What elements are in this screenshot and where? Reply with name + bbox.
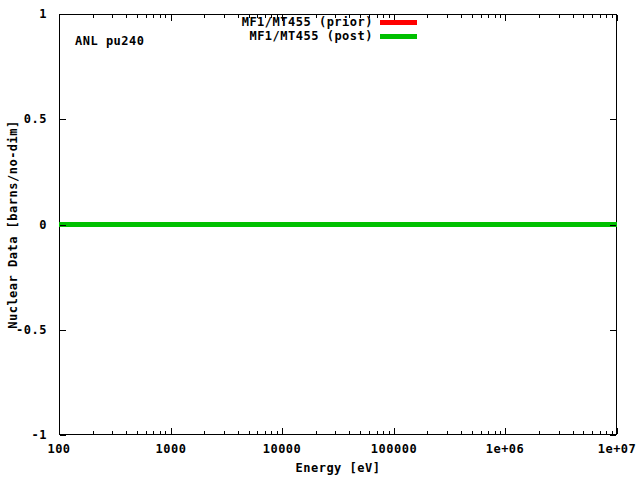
x-minor-tick-top [146, 15, 147, 18]
x-minor-tick-top [126, 15, 127, 18]
y-major-tick-right [610, 435, 616, 436]
x-minor-tick-bottom [257, 431, 258, 434]
y-major-tick-left [60, 225, 66, 226]
x-major-tick-top [171, 15, 172, 21]
x-minor-tick-top [447, 15, 448, 18]
x-minor-tick-top [488, 15, 489, 18]
x-minor-tick-bottom [153, 431, 154, 434]
x-minor-tick-bottom [349, 431, 350, 434]
x-minor-tick-bottom [383, 431, 384, 434]
x-minor-tick-top [238, 15, 239, 18]
x-minor-tick-bottom [316, 431, 317, 434]
x-minor-tick-bottom [146, 431, 147, 434]
y-tick-label: 0 [0, 218, 47, 232]
x-tick-label: 10000 [237, 442, 327, 456]
x-minor-tick-bottom [612, 431, 613, 434]
x-major-tick-bottom [617, 428, 618, 434]
y-major-tick-left [60, 330, 66, 331]
y-major-tick-left [60, 119, 66, 120]
x-axis-title: Energy [eV] [59, 461, 617, 475]
legend-entry: MF1/MT455 (prior) [242, 15, 417, 29]
x-minor-tick-top [93, 15, 94, 18]
x-minor-tick-bottom [447, 431, 448, 434]
x-minor-tick-bottom [583, 431, 584, 434]
x-minor-tick-top [160, 15, 161, 18]
plot-annotation: ANL pu240 [75, 35, 145, 48]
x-minor-tick-bottom [369, 431, 370, 434]
x-minor-tick-bottom [472, 431, 473, 434]
x-major-tick-bottom [59, 428, 60, 434]
x-tick-label: 100000 [349, 442, 439, 456]
x-minor-tick-top [137, 15, 138, 18]
x-minor-tick-bottom [277, 431, 278, 434]
x-major-tick-top [505, 15, 506, 21]
x-minor-tick-bottom [495, 431, 496, 434]
x-minor-tick-bottom [427, 431, 428, 434]
x-minor-tick-top [224, 15, 225, 18]
x-minor-tick-top [592, 15, 593, 18]
x-minor-tick-bottom [165, 431, 166, 434]
x-minor-tick-bottom [126, 431, 127, 434]
y-tick-label: -0.5 [0, 323, 47, 337]
x-major-tick-bottom [171, 428, 172, 434]
x-major-tick-bottom [394, 428, 395, 434]
x-minor-tick-top [612, 15, 613, 18]
y-major-tick-left [60, 14, 66, 15]
x-minor-tick-top [204, 15, 205, 18]
x-minor-tick-top [539, 15, 540, 18]
x-minor-tick-bottom [249, 431, 250, 434]
x-minor-tick-bottom [539, 431, 540, 434]
y-major-tick-right [610, 14, 616, 15]
gnuplot-chart-window: Nuclear Data [barns/no-dim] Energy [eV] … [0, 0, 640, 480]
x-minor-tick-bottom [93, 431, 94, 434]
x-minor-tick-bottom [559, 431, 560, 434]
legend-line-sample [380, 34, 417, 39]
x-major-tick-top [59, 15, 60, 21]
x-minor-tick-top [573, 15, 574, 18]
x-minor-tick-bottom [204, 431, 205, 434]
x-major-tick-top [617, 15, 618, 21]
x-minor-tick-bottom [137, 431, 138, 434]
x-minor-tick-bottom [335, 431, 336, 434]
x-minor-tick-bottom [573, 431, 574, 434]
x-minor-tick-bottom [112, 431, 113, 434]
x-minor-tick-top [472, 15, 473, 18]
x-minor-tick-bottom [377, 431, 378, 434]
x-tick-label: 1e+07 [572, 442, 640, 456]
y-tick-label: 1 [0, 7, 47, 21]
x-minor-tick-top [461, 15, 462, 18]
legend-label: MF1/MT455 (post) [249, 29, 373, 43]
x-minor-tick-top [606, 15, 607, 18]
x-minor-tick-bottom [389, 431, 390, 434]
x-minor-tick-top [583, 15, 584, 18]
x-minor-tick-bottom [238, 431, 239, 434]
x-minor-tick-top [153, 15, 154, 18]
x-minor-tick-top [165, 15, 166, 18]
x-minor-tick-top [481, 15, 482, 18]
x-major-tick-bottom [282, 428, 283, 434]
x-tick-label: 100 [14, 442, 104, 456]
y-major-tick-right [610, 225, 616, 226]
x-minor-tick-top [500, 15, 501, 18]
x-minor-tick-bottom [606, 431, 607, 434]
x-minor-tick-bottom [271, 431, 272, 434]
y-major-tick-left [60, 435, 66, 436]
x-minor-tick-bottom [461, 431, 462, 434]
x-minor-tick-top [112, 15, 113, 18]
x-minor-tick-bottom [265, 431, 266, 434]
x-tick-label: 1e+06 [460, 442, 550, 456]
legend-line-sample [380, 20, 417, 25]
y-major-tick-right [610, 330, 616, 331]
x-minor-tick-top [559, 15, 560, 18]
x-minor-tick-bottom [592, 431, 593, 434]
x-minor-tick-bottom [600, 431, 601, 434]
x-minor-tick-top [495, 15, 496, 18]
x-minor-tick-bottom [488, 431, 489, 434]
data-series-layer [59, 14, 617, 435]
x-tick-label: 1000 [126, 442, 216, 456]
y-tick-label: -1 [0, 428, 47, 442]
x-minor-tick-bottom [500, 431, 501, 434]
legend-label: MF1/MT455 (prior) [242, 15, 373, 29]
x-minor-tick-top [427, 15, 428, 18]
x-minor-tick-bottom [481, 431, 482, 434]
